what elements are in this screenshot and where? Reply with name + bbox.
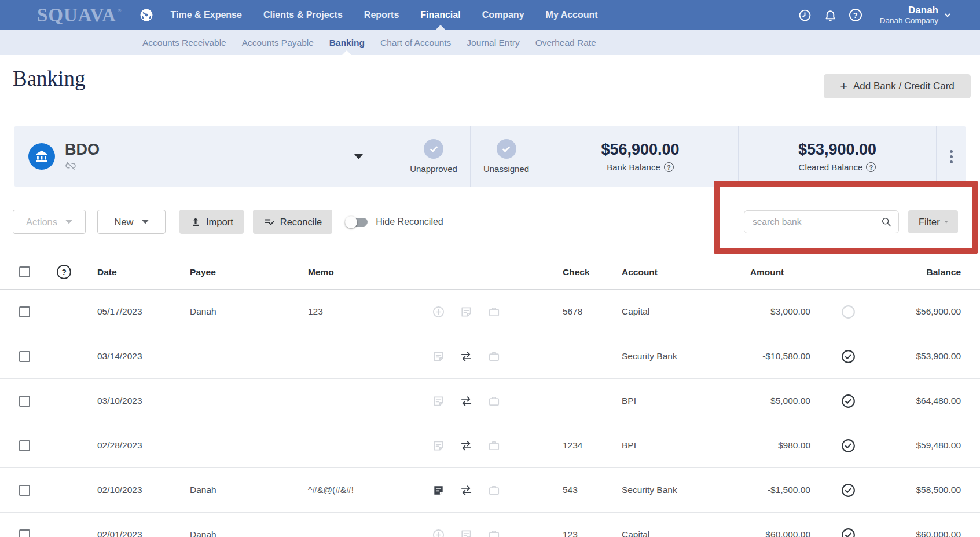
user-name: Danah (880, 5, 938, 16)
briefcase-icon[interactable] (487, 305, 501, 319)
briefcase-icon[interactable] (487, 394, 501, 408)
bank-dropdown-caret-icon[interactable] (354, 154, 363, 159)
row-balance: $53,900.00 (886, 351, 961, 361)
row-actions (418, 350, 561, 363)
unassigned-check-icon[interactable] (497, 139, 516, 159)
unapproved-status: Unapproved (397, 126, 470, 187)
caret-down-icon (142, 220, 149, 224)
note-icon[interactable] (432, 439, 445, 452)
squava-logo[interactable]: SQUAVA® (37, 6, 122, 25)
briefcase-icon[interactable] (487, 439, 501, 452)
bank-avatar[interactable] (28, 143, 55, 170)
note-icon[interactable] (460, 305, 473, 319)
dashboard-icon[interactable] (140, 8, 153, 22)
table-row[interactable]: 05/17/2023 Danah 123 5678 Capital $3,000… (0, 290, 980, 334)
table-row[interactable]: 02/28/2023 1234 BPI $980.00 $59,480.00 (0, 423, 980, 468)
column-header-check: Check (561, 267, 619, 277)
transfer-icon[interactable] (460, 350, 473, 363)
row-amount: $60,000.00 (724, 529, 810, 537)
search-filter-group: Filter (744, 210, 958, 233)
uncleared-status-icon[interactable] (840, 304, 856, 320)
kebab-menu-icon[interactable] (945, 145, 957, 168)
table-row[interactable]: 02/10/2023 Danah ^#&@(#&#! 543 Security … (0, 468, 980, 513)
unlink-icon[interactable] (65, 160, 76, 171)
transfer-icon[interactable] (460, 484, 473, 497)
note-icon[interactable] (432, 350, 445, 363)
row-checkbox[interactable] (19, 306, 30, 317)
topnav-item-reports[interactable]: Reports (364, 0, 399, 30)
cleared-status-icon[interactable] (840, 483, 856, 498)
subnav-item-journal-entry[interactable]: Journal Entry (467, 30, 519, 55)
row-balance: $60,000.00 (886, 529, 961, 537)
row-checkbox[interactable] (19, 485, 30, 496)
select-all-checkbox[interactable] (19, 266, 30, 277)
row-balance: $58,500.00 (886, 485, 961, 495)
note-icon[interactable] (460, 528, 473, 537)
add-bank-credit-card-button[interactable]: + Add Bank / Credit Card (824, 74, 971, 98)
table-row[interactable]: 03/10/2023 BPI $5,000.00 $64,480.00 (0, 379, 980, 423)
cleared-status-icon[interactable] (840, 349, 856, 364)
topnav-item-company[interactable]: Company (482, 0, 524, 30)
bank-balance-info-icon[interactable] (664, 162, 674, 172)
row-date: 02/10/2023 (83, 485, 178, 495)
cleared-status-icon[interactable] (840, 393, 856, 409)
topnav-item-clients-projects[interactable]: Clients & Projects (263, 0, 343, 30)
user-menu[interactable]: Danah Danah Company (880, 5, 952, 25)
row-balance: $56,900.00 (886, 306, 961, 317)
row-account: Capital (619, 529, 724, 537)
row-amount: -$10,580.00 (724, 351, 810, 361)
hide-reconciled-toggle[interactable] (346, 218, 368, 227)
row-account: BPI (619, 396, 724, 406)
table-row[interactable]: 02/01/2023 Danah 123 Capital $60,000.00 … (0, 513, 980, 537)
new-dropdown[interactable]: New (97, 210, 166, 234)
cleared-status-icon[interactable] (840, 438, 856, 454)
row-checkbox[interactable] (19, 529, 30, 537)
cleared-balance-info-icon[interactable] (866, 162, 876, 172)
subnav-item-accounts-payable[interactable]: Accounts Payable (242, 30, 314, 55)
briefcase-icon[interactable] (487, 528, 501, 537)
unapproved-label: Unapproved (410, 164, 457, 174)
row-checkbox[interactable] (19, 396, 30, 407)
import-button[interactable]: Import (179, 210, 244, 234)
briefcase-icon[interactable] (487, 350, 501, 363)
bank-building-icon (34, 149, 49, 164)
actions-dropdown[interactable]: Actions (13, 210, 86, 234)
plus-circle-icon[interactable] (432, 528, 445, 537)
filter-button[interactable]: Filter (908, 210, 958, 233)
row-account: Capital (619, 306, 724, 317)
subnav-item-banking[interactable]: Banking (329, 30, 365, 55)
subnav-item-overhead-rate[interactable]: Overhead Rate (535, 30, 596, 55)
unapproved-check-icon[interactable] (424, 139, 443, 159)
search-icon[interactable] (880, 216, 892, 228)
table-help-icon[interactable] (57, 265, 71, 279)
top-navigation: SQUAVA® Time & ExpenseClients & Projects… (0, 0, 980, 30)
note-filled-icon[interactable] (432, 484, 445, 497)
row-actions (418, 305, 561, 319)
plus-circle-icon[interactable] (432, 305, 445, 319)
subnav-item-accounts-receivable[interactable]: Accounts Receivable (142, 30, 226, 55)
topnav-item-financial[interactable]: Financial (420, 0, 460, 30)
subnav-item-chart-of-accounts[interactable]: Chart of Accounts (380, 30, 451, 55)
transfer-icon[interactable] (460, 439, 473, 452)
transfer-icon[interactable] (460, 394, 473, 408)
note-icon[interactable] (432, 394, 445, 408)
row-memo: ^#&@(#&#! (294, 485, 418, 495)
row-check-number: 123 (561, 529, 619, 537)
row-checkbox[interactable] (19, 440, 30, 451)
cleared-status-icon[interactable] (840, 527, 856, 537)
user-company: Danah Company (880, 16, 938, 25)
row-memo: 123 (294, 306, 418, 317)
row-checkbox[interactable] (19, 351, 30, 362)
row-actions (418, 484, 561, 497)
recent-clock-icon[interactable] (798, 9, 812, 22)
topnav-item-my-account[interactable]: My Account (546, 0, 598, 30)
notifications-bell-icon[interactable] (824, 9, 837, 22)
reconcile-button[interactable]: Reconcile (253, 210, 332, 234)
reconcile-icon (263, 216, 276, 228)
bank-balance-section: $56,900.00 Bank Balance (542, 126, 738, 187)
topnav-item-time-expense[interactable]: Time & Expense (171, 0, 242, 30)
search-bank-input[interactable] (744, 210, 899, 233)
table-row[interactable]: 03/14/2023 Security Bank -$10,580.00 $53… (0, 334, 980, 379)
help-icon[interactable] (849, 9, 862, 21)
briefcase-icon[interactable] (487, 484, 501, 497)
